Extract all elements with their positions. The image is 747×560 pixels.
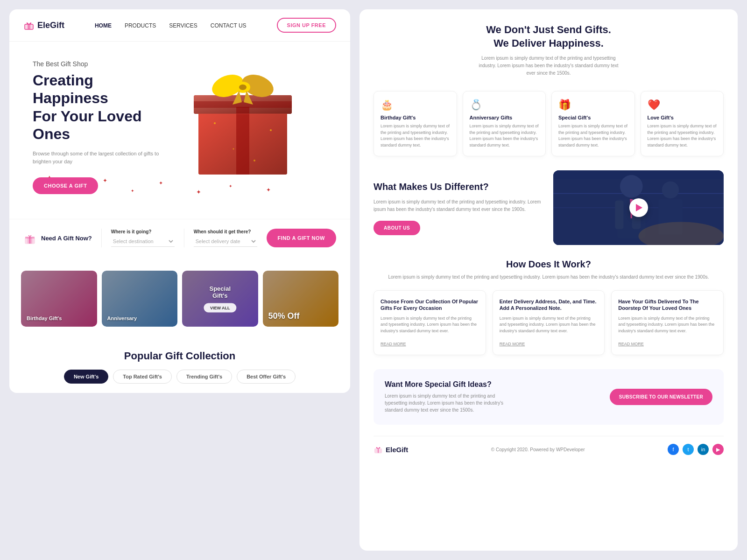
left-panel: EleGift HOME PRODUCTS SERVICES CONTACT U… [9,9,350,551]
service-love-title: Love Gift's [648,115,717,120]
service-birthday-title: Birthday Gift's [381,115,450,120]
how-step-2-title: Enter Delivery Address, Date, and Time. … [500,298,598,312]
anniversary-icon: 💍 [470,99,539,111]
footer-copyright: © Copyright 2020. Powered by WPDeveloper [491,447,585,452]
tab-best-offer[interactable]: Best Offer Gift's [237,370,296,384]
newsletter-subscribe-button[interactable]: SUBSCRIBE TO OUR NEWSLETTER [610,389,712,405]
footer: EleGift © Copyright 2020. Powered by WPD… [374,436,724,455]
newsletter-section: Want More Special Gift Ideas? Lorem ipsu… [374,369,724,425]
twitter-icon[interactable]: t [683,444,694,455]
category-anniversary[interactable]: Anniversary [102,271,178,327]
how-step-1-desc: Lorem ipsum is simply dummy text of the … [381,315,479,335]
how-steps: Choose From Our Collection Of Popular Gi… [374,290,724,355]
footer-logo-icon [374,445,383,454]
popular-section: Popular Gift Collection New Gift's Top R… [9,341,350,393]
service-cards: 🎂 Birthday Gift's Lorem ipsum is simply … [374,91,724,156]
how-step-3-title: Have Your Gifts Delivered To The Doorste… [618,298,717,312]
nav-links: HOME PRODUCTS SERVICES CONTACT US [95,21,247,29]
how-step-2: Enter Delivery Address, Date, and Time. … [493,290,605,355]
video-play-button[interactable] [629,198,648,217]
svg-point-16 [233,148,234,150]
facebook-icon[interactable]: f [668,444,679,455]
hero-title: Creating Happiness For Your Loved Ones [33,71,163,143]
nav-home[interactable]: HOME [95,21,112,29]
category-anniversary-label: Anniversary [107,315,137,321]
logo: EleGift [23,20,64,31]
how-step-1: Choose From Our Collection Of Popular Gi… [374,290,486,355]
service-love-desc: Lorem ipsum is simply dummy text of the … [648,123,717,148]
service-anniversary-title: Anniversary Gifts [470,115,539,120]
signup-button[interactable]: SIGN UP FREE [277,18,336,33]
different-section: What Makes Us Different? Lorem ipsum is … [374,170,724,245]
choose-gift-button[interactable]: CHOOSE A GIFT [33,177,98,194]
popular-tabs: New Gift's Top Rated Gift's Trending Gif… [23,370,336,384]
category-special-title: Special Gift's [201,285,239,299]
star-decor-6: ✦ [196,189,201,196]
gift-search-icon [23,231,36,245]
how-step-2-desc: Lorem ipsum is simply dummy text of the … [500,315,598,335]
newsletter-description: Lorem ipsum is simply dummy text of the … [385,392,506,413]
search-divider-1 [101,229,102,247]
svg-rect-8 [236,107,249,175]
service-card-love: ❤️ Love Gift's Lorem ipsum is simply dum… [641,91,724,156]
footer-logo: EleGift [374,445,408,454]
nav-services[interactable]: SERVICES [169,21,197,29]
destination-select[interactable]: Select destination [111,236,175,247]
delivery-date-select[interactable]: Select delivery date [194,236,257,247]
tab-trending[interactable]: Trending Gift's [176,370,232,384]
svg-point-32 [662,182,679,199]
newsletter-title: Want More Special Gift Ideas? [385,380,506,389]
service-card-anniversary: 💍 Anniversary Gifts Lorem ipsum is simpl… [463,91,546,156]
love-icon: ❤️ [648,99,717,111]
tab-top-rated[interactable]: Top Rated Gift's [113,370,172,384]
how-description: Lorem ipsum is simply dummy text of the … [374,273,724,281]
read-more-3[interactable]: READ MORE [618,342,644,346]
how-step-3-desc: Lorem ipsum is simply dummy text of the … [618,315,717,335]
service-anniversary-desc: Lorem ipsum is simply dummy text of the … [470,123,539,148]
star-decor-8: ✦ [266,187,271,193]
category-discount[interactable]: 50% Off [263,271,339,327]
destination-field: Where is it going? Select destination [111,229,175,247]
linkedin-icon[interactable]: in [698,444,709,455]
deliver-description: Lorem ipsum is simply dummy text of the … [479,55,619,77]
search-gift-label: Need A Gift Now? [23,231,92,245]
how-step-1-title: Choose From Our Collection Of Popular Gi… [381,298,479,312]
popular-title: Popular Gift Collection [23,350,336,362]
service-card-special: 🎁 Special Gift's Lorem ipsum is simply d… [551,91,635,156]
hero-description: Browse through some of the largest colle… [33,150,163,166]
different-description: Lorem ipsum is simply dummy text of the … [374,198,544,213]
how-section: How Does It Work? Lorem ipsum is simply … [374,259,724,355]
find-gift-button[interactable]: FIND A GIFT NOW [267,229,336,247]
star-decor-7: ✦ [229,184,233,189]
search-divider-2 [184,229,184,247]
service-birthday-desc: Lorem ipsum is simply dummy text of the … [381,123,450,148]
deliver-title: We Don't Just Send Gifts. We Deliver Hap… [374,23,724,50]
youtube-icon[interactable]: ▶ [712,444,724,455]
tab-new-gifts[interactable]: New Gift's [64,370,108,384]
read-more-1[interactable]: READ MORE [381,342,406,346]
svg-point-13 [239,84,247,90]
footer-social: f t in ▶ [668,444,724,455]
birthday-icon: 🎂 [381,99,450,111]
nav-products[interactable]: PRODUCTS [125,21,156,29]
category-birthday-label: Birthday Gift's [27,315,62,321]
about-us-button[interactable]: ABOUT US [374,221,420,235]
svg-rect-29 [615,201,623,229]
service-special-title: Special Gift's [558,115,628,120]
how-title: How Does It Work? [374,259,724,270]
logo-icon [23,20,35,31]
category-special[interactable]: Special Gift's VIEW ALL [182,271,258,327]
category-discount-label: 50% Off [268,311,300,321]
service-special-desc: Lorem ipsum is simply dummy text of the … [558,123,628,148]
search-section: Need A Gift Now? Where is it going? Sele… [9,219,350,393]
hero-text: The Best Gift Shop Creating Happiness Fo… [33,60,163,194]
deliver-section: We Don't Just Send Gifts. We Deliver Hap… [374,23,724,77]
service-card-birthday: 🎂 Birthday Gift's Lorem ipsum is simply … [374,91,457,156]
how-step-3: Have Your Gifts Delivered To The Doorste… [611,290,724,355]
read-more-2[interactable]: READ MORE [500,342,525,346]
category-birthday[interactable]: Birthday Gift's [21,271,97,327]
gift-categories: Birthday Gift's Anniversary Special Gift… [9,257,350,341]
view-all-button[interactable]: VIEW ALL [204,303,237,313]
search-bar: Need A Gift Now? Where is it going? Sele… [9,219,350,257]
nav-contact[interactable]: CONTACT US [211,21,247,29]
